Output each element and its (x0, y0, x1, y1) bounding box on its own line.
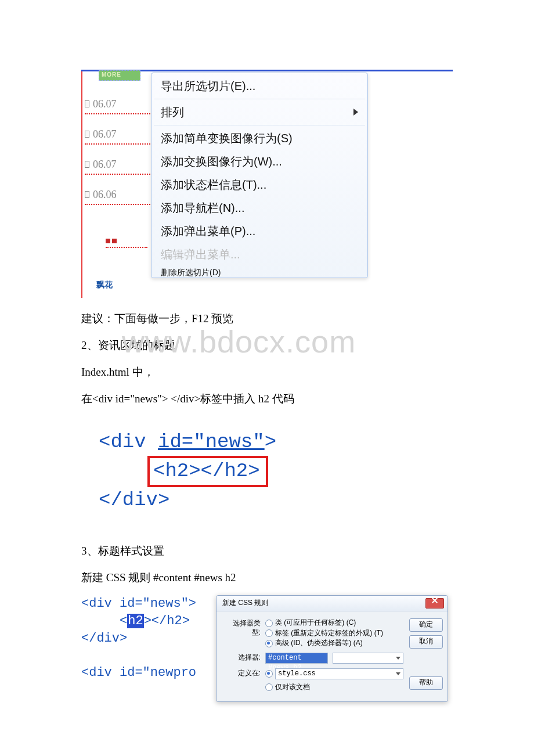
menu-add-navbar[interactable]: 添加导航栏(N)... (151, 196, 367, 219)
paragraph-step2: 2、资讯区域的标题 (81, 335, 453, 356)
date-text: 06.06 (93, 189, 117, 200)
code-line: <h2></h2> (99, 456, 268, 487)
paragraph-advice: 建议：下面每做一步，F12 预览 (81, 308, 453, 329)
selector-dropdown[interactable] (333, 653, 403, 664)
menu-export-slice[interactable]: 导出所选切片(E)... (151, 74, 367, 98)
paragraph-step3: 3、标题样式设置 (81, 541, 453, 561)
new-css-rule-dialog: 新建 CSS 规则 选择器类型: 类 (可应用于任何标签) (C) (216, 595, 448, 701)
date-text: 06.07 (93, 128, 117, 140)
radio-icon (265, 640, 273, 647)
dialog-titlebar: 新建 CSS 规则 (217, 596, 448, 611)
menu-edit-popup: 编辑弹出菜单... (151, 243, 367, 266)
dialog-title: 新建 CSS 规则 (222, 599, 268, 608)
menu-cutoff-row: 删除所选切片(D) (151, 266, 367, 276)
menu-label: 编辑弹出菜单... (161, 249, 240, 260)
option-label: 高级 (ID、伪类选择器等) (A) (275, 639, 363, 648)
option-label: 标签 (重新定义特定标签的外观) (T) (275, 629, 383, 638)
dialog-buttons: 确定 取消 帮助 (409, 618, 442, 694)
label-selector: 选择器: (225, 653, 261, 663)
label-define-in: 定义在: (225, 668, 261, 678)
label-selector-type: 选择器类型: (225, 618, 261, 637)
red-square-icon (112, 239, 117, 243)
stylesheet-dropdown[interactable]: style.css (275, 668, 403, 679)
menu-label: 添加导航栏(N)... (161, 202, 244, 214)
menu-label: 添加状态栏信息(T)... (161, 179, 266, 190)
menu-label: 添加简单变换图像行为(S) (161, 132, 293, 144)
radio-advanced[interactable]: 高级 (ID、伪类选择器等) (A) (265, 639, 403, 648)
radio-icon (265, 629, 273, 637)
date-text: 06.07 (93, 98, 117, 110)
radio-class[interactable]: 类 (可应用于任何标签) (C) (265, 618, 403, 628)
date-text: 06.07 (93, 159, 117, 170)
context-menu: 导出所选切片(E)... 排列 添加简单变换图像行为(S) 添加交换图像行为(W… (151, 73, 368, 278)
list-item: 06.07 (85, 127, 157, 145)
option-label: 仅对该文档 (275, 683, 310, 692)
menu-arrange[interactable]: 排列 (151, 100, 367, 124)
radio-stylecss[interactable]: style.css (265, 668, 403, 679)
screenshot-css-dialog: <div id="news"> <h2></h2> </div> <div id… (81, 595, 453, 701)
screenshot-context-menu: MORE 06.07 06.07 06.07 06.06 飘花 导出所选切片(E… (81, 70, 453, 298)
option-label: 类 (可应用于任何标签) (C) (275, 618, 356, 628)
list-item: 06.07 (85, 157, 157, 175)
radio-icon (265, 620, 273, 627)
radio-icon (265, 683, 273, 691)
paragraph-new-css-rule: 新建 CSS 规则 #content #news h2 (81, 567, 453, 588)
radio-this-doc[interactable]: 仅对该文档 (265, 683, 403, 692)
cancel-button[interactable]: 取消 (409, 635, 443, 649)
menu-add-simple-swap[interactable]: 添加简单变换图像行为(S) (151, 127, 367, 150)
paragraph-insert-h2: 在<div id="news"> </div>标签中插入 h2 代码 (81, 388, 453, 409)
more-tab: MORE (99, 70, 140, 81)
screenshot-code-h2: <div id="news"> <h2></h2> </div> (99, 429, 453, 514)
document-page: MORE 06.07 06.07 06.07 06.06 飘花 导出所选切片(E… (0, 0, 534, 737)
selector-input[interactable]: #content #news h2 (265, 653, 328, 664)
menu-label: 排列 (161, 106, 184, 118)
help-button[interactable]: 帮助 (409, 676, 443, 690)
red-square-icon (106, 239, 110, 243)
menu-add-swap-image[interactable]: 添加交换图像行为(W)... (151, 150, 367, 173)
code-line: </div> (99, 487, 453, 514)
menu-add-statusbar[interactable]: 添加状态栏信息(T)... (151, 173, 367, 196)
code-line: <div id="news"> (99, 429, 453, 456)
close-icon[interactable] (425, 598, 444, 609)
design-canvas-left: MORE 06.07 06.07 06.07 06.06 飘花 (81, 71, 152, 298)
menu-label: 导出所选切片(E)... (161, 80, 255, 92)
ok-button[interactable]: 确定 (409, 618, 443, 632)
red-highlight-box: <h2></h2> (147, 456, 268, 487)
code-panel: <div id="news"> <h2></h2> </div> <div id… (81, 595, 214, 681)
menu-label: 添加交换图像行为(W)... (161, 156, 282, 167)
dialog-form: 选择器类型: 类 (可应用于任何标签) (C) 标签 (重新定义特定标签的外观)… (225, 618, 403, 694)
pixel-label: 飘花 (96, 280, 113, 289)
radio-tag[interactable]: 标签 (重新定义特定标签的外观) (T) (265, 629, 403, 638)
menu-add-popup[interactable]: 添加弹出菜单(P)... (151, 219, 367, 243)
indicator-row (106, 239, 147, 248)
list-item: 06.07 (85, 97, 157, 114)
list-item: 06.06 (85, 188, 157, 205)
radio-icon (265, 670, 273, 678)
paragraph-indexhtml: Index.html 中， (81, 362, 453, 383)
chevron-right-icon (353, 109, 358, 116)
menu-label: 添加弹出菜单(P)... (161, 225, 255, 237)
